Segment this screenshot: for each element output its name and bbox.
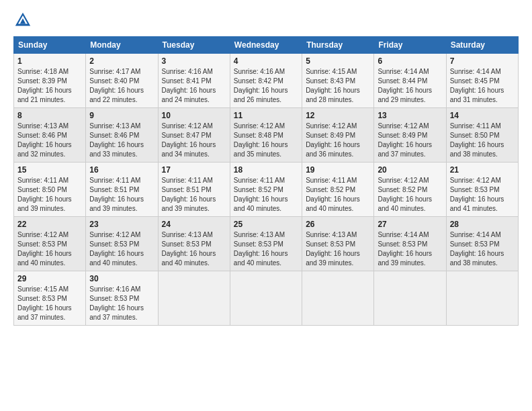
day-number: 20 bbox=[378, 165, 442, 175]
day-header-friday: Friday bbox=[374, 37, 446, 54]
day-number: 26 bbox=[306, 220, 370, 229]
calendar-cell: 25 Sunrise: 4:13 AM Sunset: 8:53 PM Dayl… bbox=[230, 217, 302, 271]
day-number: 23 bbox=[89, 220, 154, 229]
calendar-cell: 15 Sunrise: 4:11 AM Sunset: 8:50 PM Dayl… bbox=[14, 163, 86, 217]
calendar-cell: 13 Sunrise: 4:12 AM Sunset: 8:49 PM Dayl… bbox=[374, 108, 446, 163]
calendar-cell: 2 Sunrise: 4:17 AM Sunset: 8:40 PM Dayli… bbox=[86, 54, 158, 108]
day-header-wednesday: Wednesday bbox=[230, 37, 302, 54]
calendar-cell: 16 Sunrise: 4:11 AM Sunset: 8:51 PM Dayl… bbox=[86, 163, 158, 217]
calendar-cell: 27 Sunrise: 4:14 AM Sunset: 8:53 PM Dayl… bbox=[374, 217, 446, 271]
day-number: 21 bbox=[450, 165, 515, 175]
calendar-cell: 6 Sunrise: 4:14 AM Sunset: 8:44 PM Dayli… bbox=[374, 54, 446, 108]
calendar-cell: 23 Sunrise: 4:12 AM Sunset: 8:53 PM Dayl… bbox=[86, 217, 158, 271]
day-info: Sunrise: 4:13 AM Sunset: 8:53 PM Dayligh… bbox=[306, 230, 370, 268]
calendar-cell bbox=[230, 271, 302, 326]
day-info: Sunrise: 4:14 AM Sunset: 8:44 PM Dayligh… bbox=[378, 67, 442, 105]
day-number: 18 bbox=[234, 165, 298, 175]
day-info: Sunrise: 4:12 AM Sunset: 8:48 PM Dayligh… bbox=[234, 122, 298, 159]
calendar-cell bbox=[446, 271, 518, 326]
calendar-cell: 3 Sunrise: 4:16 AM Sunset: 8:41 PM Dayli… bbox=[158, 54, 230, 108]
day-number: 27 bbox=[378, 220, 442, 229]
day-info: Sunrise: 4:14 AM Sunset: 8:53 PM Dayligh… bbox=[378, 230, 442, 268]
day-info: Sunrise: 4:16 AM Sunset: 8:53 PM Dayligh… bbox=[89, 285, 154, 322]
calendar-cell: 7 Sunrise: 4:14 AM Sunset: 8:45 PM Dayli… bbox=[446, 54, 518, 108]
day-number: 5 bbox=[306, 56, 370, 66]
day-header-sunday: Sunday bbox=[14, 37, 86, 54]
calendar-table: SundayMondayTuesdayWednesdayThursdayFrid… bbox=[13, 36, 519, 326]
day-number: 17 bbox=[162, 165, 226, 175]
day-info: Sunrise: 4:11 AM Sunset: 8:51 PM Dayligh… bbox=[89, 176, 154, 214]
calendar-cell: 30 Sunrise: 4:16 AM Sunset: 8:53 PM Dayl… bbox=[86, 271, 158, 326]
day-info: Sunrise: 4:13 AM Sunset: 8:46 PM Dayligh… bbox=[17, 122, 82, 159]
calendar-week-5: 29 Sunrise: 4:15 AM Sunset: 8:53 PM Dayl… bbox=[14, 271, 519, 326]
day-info: Sunrise: 4:15 AM Sunset: 8:53 PM Dayligh… bbox=[17, 285, 82, 322]
day-info: Sunrise: 4:14 AM Sunset: 8:53 PM Dayligh… bbox=[450, 230, 515, 268]
day-header-monday: Monday bbox=[86, 37, 158, 54]
calendar-cell: 10 Sunrise: 4:12 AM Sunset: 8:47 PM Dayl… bbox=[158, 108, 230, 163]
calendar-cell: 22 Sunrise: 4:12 AM Sunset: 8:53 PM Dayl… bbox=[14, 217, 86, 271]
day-number: 9 bbox=[89, 111, 154, 120]
calendar-cell: 21 Sunrise: 4:12 AM Sunset: 8:53 PM Dayl… bbox=[446, 163, 518, 217]
calendar-cell: 29 Sunrise: 4:15 AM Sunset: 8:53 PM Dayl… bbox=[14, 271, 86, 326]
calendar-cell: 17 Sunrise: 4:11 AM Sunset: 8:51 PM Dayl… bbox=[158, 163, 230, 217]
day-number: 16 bbox=[89, 165, 154, 175]
day-info: Sunrise: 4:13 AM Sunset: 8:53 PM Dayligh… bbox=[162, 230, 226, 268]
day-header-tuesday: Tuesday bbox=[158, 37, 230, 54]
calendar-cell bbox=[302, 271, 374, 326]
calendar-cell: 24 Sunrise: 4:13 AM Sunset: 8:53 PM Dayl… bbox=[158, 217, 230, 271]
day-number: 3 bbox=[162, 56, 226, 66]
calendar-header: SundayMondayTuesdayWednesdayThursdayFrid… bbox=[14, 37, 519, 54]
day-info: Sunrise: 4:18 AM Sunset: 8:39 PM Dayligh… bbox=[17, 67, 82, 105]
day-number: 8 bbox=[17, 111, 82, 120]
day-info: Sunrise: 4:11 AM Sunset: 8:51 PM Dayligh… bbox=[162, 176, 226, 214]
calendar-cell: 28 Sunrise: 4:14 AM Sunset: 8:53 PM Dayl… bbox=[446, 217, 518, 271]
day-info: Sunrise: 4:12 AM Sunset: 8:47 PM Dayligh… bbox=[162, 122, 226, 159]
day-info: Sunrise: 4:16 AM Sunset: 8:41 PM Dayligh… bbox=[162, 67, 226, 105]
day-number: 22 bbox=[17, 220, 82, 229]
calendar-week-1: 1 Sunrise: 4:18 AM Sunset: 8:39 PM Dayli… bbox=[14, 54, 519, 108]
calendar-cell: 1 Sunrise: 4:18 AM Sunset: 8:39 PM Dayli… bbox=[14, 54, 86, 108]
calendar-cell: 4 Sunrise: 4:16 AM Sunset: 8:42 PM Dayli… bbox=[230, 54, 302, 108]
calendar-cell bbox=[374, 271, 446, 326]
calendar-cell: 11 Sunrise: 4:12 AM Sunset: 8:48 PM Dayl… bbox=[230, 108, 302, 163]
calendar-cell: 9 Sunrise: 4:13 AM Sunset: 8:46 PM Dayli… bbox=[86, 108, 158, 163]
calendar-cell: 14 Sunrise: 4:11 AM Sunset: 8:50 PM Dayl… bbox=[446, 108, 518, 163]
day-number: 25 bbox=[234, 220, 298, 229]
day-info: Sunrise: 4:11 AM Sunset: 8:52 PM Dayligh… bbox=[306, 176, 370, 214]
calendar-cell: 20 Sunrise: 4:12 AM Sunset: 8:52 PM Dayl… bbox=[374, 163, 446, 217]
page: SundayMondayTuesdayWednesdayThursdayFrid… bbox=[0, 0, 532, 411]
day-info: Sunrise: 4:16 AM Sunset: 8:42 PM Dayligh… bbox=[234, 67, 298, 105]
calendar-week-2: 8 Sunrise: 4:13 AM Sunset: 8:46 PM Dayli… bbox=[14, 108, 519, 163]
day-info: Sunrise: 4:13 AM Sunset: 8:53 PM Dayligh… bbox=[234, 230, 298, 268]
calendar-cell: 26 Sunrise: 4:13 AM Sunset: 8:53 PM Dayl… bbox=[302, 217, 374, 271]
day-number: 19 bbox=[306, 165, 370, 175]
header bbox=[13, 11, 519, 30]
day-number: 30 bbox=[89, 274, 154, 283]
day-info: Sunrise: 4:11 AM Sunset: 8:50 PM Dayligh… bbox=[450, 122, 515, 159]
day-info: Sunrise: 4:11 AM Sunset: 8:52 PM Dayligh… bbox=[234, 176, 298, 214]
header-row: SundayMondayTuesdayWednesdayThursdayFrid… bbox=[14, 37, 519, 54]
logo bbox=[13, 11, 35, 30]
day-number: 11 bbox=[234, 111, 298, 120]
day-info: Sunrise: 4:15 AM Sunset: 8:43 PM Dayligh… bbox=[306, 67, 370, 105]
day-info: Sunrise: 4:14 AM Sunset: 8:45 PM Dayligh… bbox=[450, 67, 515, 105]
calendar-cell: 5 Sunrise: 4:15 AM Sunset: 8:43 PM Dayli… bbox=[302, 54, 374, 108]
calendar-cell: 12 Sunrise: 4:12 AM Sunset: 8:49 PM Dayl… bbox=[302, 108, 374, 163]
day-number: 28 bbox=[450, 220, 515, 229]
calendar-cell bbox=[158, 271, 230, 326]
day-header-thursday: Thursday bbox=[302, 37, 374, 54]
day-header-saturday: Saturday bbox=[446, 37, 518, 54]
day-info: Sunrise: 4:17 AM Sunset: 8:40 PM Dayligh… bbox=[89, 67, 154, 105]
day-number: 14 bbox=[450, 111, 515, 120]
day-number: 29 bbox=[17, 274, 82, 283]
calendar-cell: 8 Sunrise: 4:13 AM Sunset: 8:46 PM Dayli… bbox=[14, 108, 86, 163]
day-number: 6 bbox=[378, 56, 442, 66]
day-info: Sunrise: 4:12 AM Sunset: 8:53 PM Dayligh… bbox=[17, 230, 82, 268]
day-number: 15 bbox=[17, 165, 82, 175]
day-info: Sunrise: 4:12 AM Sunset: 8:53 PM Dayligh… bbox=[89, 230, 154, 268]
day-number: 4 bbox=[234, 56, 298, 66]
day-info: Sunrise: 4:13 AM Sunset: 8:46 PM Dayligh… bbox=[89, 122, 154, 159]
day-number: 2 bbox=[89, 56, 154, 66]
day-number: 10 bbox=[162, 111, 226, 120]
day-number: 1 bbox=[17, 56, 82, 66]
